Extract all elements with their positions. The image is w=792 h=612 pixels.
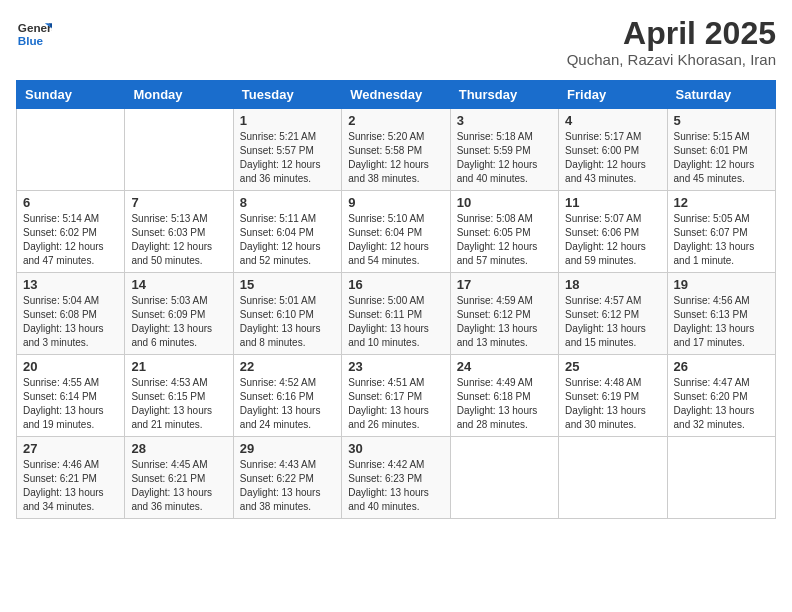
calendar-cell: 19Sunrise: 4:56 AM Sunset: 6:13 PM Dayli… [667, 273, 775, 355]
day-info: Sunrise: 5:21 AM Sunset: 5:57 PM Dayligh… [240, 130, 335, 186]
calendar-cell: 14Sunrise: 5:03 AM Sunset: 6:09 PM Dayli… [125, 273, 233, 355]
day-number: 23 [348, 359, 443, 374]
logo-icon: General Blue [16, 16, 52, 52]
column-header-friday: Friday [559, 81, 667, 109]
day-number: 1 [240, 113, 335, 128]
day-info: Sunrise: 4:59 AM Sunset: 6:12 PM Dayligh… [457, 294, 552, 350]
calendar-cell: 20Sunrise: 4:55 AM Sunset: 6:14 PM Dayli… [17, 355, 125, 437]
calendar-cell: 25Sunrise: 4:48 AM Sunset: 6:19 PM Dayli… [559, 355, 667, 437]
day-number: 9 [348, 195, 443, 210]
column-header-wednesday: Wednesday [342, 81, 450, 109]
page-header: General Blue April 2025 Quchan, Razavi K… [16, 16, 776, 68]
day-number: 20 [23, 359, 118, 374]
day-info: Sunrise: 5:18 AM Sunset: 5:59 PM Dayligh… [457, 130, 552, 186]
calendar-cell: 22Sunrise: 4:52 AM Sunset: 6:16 PM Dayli… [233, 355, 341, 437]
calendar-cell: 28Sunrise: 4:45 AM Sunset: 6:21 PM Dayli… [125, 437, 233, 519]
location-subtitle: Quchan, Razavi Khorasan, Iran [567, 51, 776, 68]
day-number: 17 [457, 277, 552, 292]
calendar-cell: 30Sunrise: 4:42 AM Sunset: 6:23 PM Dayli… [342, 437, 450, 519]
day-info: Sunrise: 4:52 AM Sunset: 6:16 PM Dayligh… [240, 376, 335, 432]
calendar-cell: 27Sunrise: 4:46 AM Sunset: 6:21 PM Dayli… [17, 437, 125, 519]
day-number: 3 [457, 113, 552, 128]
day-info: Sunrise: 5:11 AM Sunset: 6:04 PM Dayligh… [240, 212, 335, 268]
day-number: 12 [674, 195, 769, 210]
day-info: Sunrise: 4:53 AM Sunset: 6:15 PM Dayligh… [131, 376, 226, 432]
svg-text:Blue: Blue [18, 34, 44, 47]
day-info: Sunrise: 5:14 AM Sunset: 6:02 PM Dayligh… [23, 212, 118, 268]
day-info: Sunrise: 4:56 AM Sunset: 6:13 PM Dayligh… [674, 294, 769, 350]
day-info: Sunrise: 5:00 AM Sunset: 6:11 PM Dayligh… [348, 294, 443, 350]
header-row: SundayMondayTuesdayWednesdayThursdayFrid… [17, 81, 776, 109]
calendar-cell [125, 109, 233, 191]
day-info: Sunrise: 4:48 AM Sunset: 6:19 PM Dayligh… [565, 376, 660, 432]
calendar-cell: 26Sunrise: 4:47 AM Sunset: 6:20 PM Dayli… [667, 355, 775, 437]
column-header-saturday: Saturday [667, 81, 775, 109]
calendar-cell [450, 437, 558, 519]
calendar-cell: 7Sunrise: 5:13 AM Sunset: 6:03 PM Daylig… [125, 191, 233, 273]
day-number: 11 [565, 195, 660, 210]
calendar-cell [559, 437, 667, 519]
calendar-cell: 2Sunrise: 5:20 AM Sunset: 5:58 PM Daylig… [342, 109, 450, 191]
day-number: 10 [457, 195, 552, 210]
day-number: 22 [240, 359, 335, 374]
day-number: 26 [674, 359, 769, 374]
day-number: 4 [565, 113, 660, 128]
calendar-cell: 24Sunrise: 4:49 AM Sunset: 6:18 PM Dayli… [450, 355, 558, 437]
day-info: Sunrise: 4:55 AM Sunset: 6:14 PM Dayligh… [23, 376, 118, 432]
day-number: 21 [131, 359, 226, 374]
day-info: Sunrise: 4:46 AM Sunset: 6:21 PM Dayligh… [23, 458, 118, 514]
day-number: 27 [23, 441, 118, 456]
column-header-thursday: Thursday [450, 81, 558, 109]
day-number: 8 [240, 195, 335, 210]
column-header-sunday: Sunday [17, 81, 125, 109]
calendar-cell: 10Sunrise: 5:08 AM Sunset: 6:05 PM Dayli… [450, 191, 558, 273]
day-info: Sunrise: 5:15 AM Sunset: 6:01 PM Dayligh… [674, 130, 769, 186]
day-info: Sunrise: 5:07 AM Sunset: 6:06 PM Dayligh… [565, 212, 660, 268]
calendar-cell: 21Sunrise: 4:53 AM Sunset: 6:15 PM Dayli… [125, 355, 233, 437]
calendar-cell: 9Sunrise: 5:10 AM Sunset: 6:04 PM Daylig… [342, 191, 450, 273]
calendar-cell: 16Sunrise: 5:00 AM Sunset: 6:11 PM Dayli… [342, 273, 450, 355]
calendar-cell: 15Sunrise: 5:01 AM Sunset: 6:10 PM Dayli… [233, 273, 341, 355]
day-info: Sunrise: 5:17 AM Sunset: 6:00 PM Dayligh… [565, 130, 660, 186]
logo: General Blue [16, 16, 52, 52]
day-info: Sunrise: 5:20 AM Sunset: 5:58 PM Dayligh… [348, 130, 443, 186]
calendar-cell: 3Sunrise: 5:18 AM Sunset: 5:59 PM Daylig… [450, 109, 558, 191]
day-number: 6 [23, 195, 118, 210]
week-row-1: 1Sunrise: 5:21 AM Sunset: 5:57 PM Daylig… [17, 109, 776, 191]
day-number: 7 [131, 195, 226, 210]
day-number: 24 [457, 359, 552, 374]
day-number: 2 [348, 113, 443, 128]
day-number: 30 [348, 441, 443, 456]
day-number: 28 [131, 441, 226, 456]
day-info: Sunrise: 4:51 AM Sunset: 6:17 PM Dayligh… [348, 376, 443, 432]
day-info: Sunrise: 5:04 AM Sunset: 6:08 PM Dayligh… [23, 294, 118, 350]
day-number: 15 [240, 277, 335, 292]
day-number: 14 [131, 277, 226, 292]
column-header-tuesday: Tuesday [233, 81, 341, 109]
day-number: 25 [565, 359, 660, 374]
day-number: 16 [348, 277, 443, 292]
day-number: 19 [674, 277, 769, 292]
calendar-cell: 6Sunrise: 5:14 AM Sunset: 6:02 PM Daylig… [17, 191, 125, 273]
week-row-2: 6Sunrise: 5:14 AM Sunset: 6:02 PM Daylig… [17, 191, 776, 273]
day-info: Sunrise: 5:01 AM Sunset: 6:10 PM Dayligh… [240, 294, 335, 350]
calendar-cell: 12Sunrise: 5:05 AM Sunset: 6:07 PM Dayli… [667, 191, 775, 273]
day-info: Sunrise: 5:03 AM Sunset: 6:09 PM Dayligh… [131, 294, 226, 350]
column-header-monday: Monday [125, 81, 233, 109]
week-row-5: 27Sunrise: 4:46 AM Sunset: 6:21 PM Dayli… [17, 437, 776, 519]
day-info: Sunrise: 4:57 AM Sunset: 6:12 PM Dayligh… [565, 294, 660, 350]
day-info: Sunrise: 4:45 AM Sunset: 6:21 PM Dayligh… [131, 458, 226, 514]
day-info: Sunrise: 5:05 AM Sunset: 6:07 PM Dayligh… [674, 212, 769, 268]
day-number: 13 [23, 277, 118, 292]
calendar-cell: 1Sunrise: 5:21 AM Sunset: 5:57 PM Daylig… [233, 109, 341, 191]
calendar-cell: 5Sunrise: 5:15 AM Sunset: 6:01 PM Daylig… [667, 109, 775, 191]
calendar-cell: 11Sunrise: 5:07 AM Sunset: 6:06 PM Dayli… [559, 191, 667, 273]
day-info: Sunrise: 5:10 AM Sunset: 6:04 PM Dayligh… [348, 212, 443, 268]
day-number: 18 [565, 277, 660, 292]
calendar-cell: 13Sunrise: 5:04 AM Sunset: 6:08 PM Dayli… [17, 273, 125, 355]
week-row-3: 13Sunrise: 5:04 AM Sunset: 6:08 PM Dayli… [17, 273, 776, 355]
day-info: Sunrise: 4:42 AM Sunset: 6:23 PM Dayligh… [348, 458, 443, 514]
calendar-cell: 4Sunrise: 5:17 AM Sunset: 6:00 PM Daylig… [559, 109, 667, 191]
calendar-cell: 8Sunrise: 5:11 AM Sunset: 6:04 PM Daylig… [233, 191, 341, 273]
week-row-4: 20Sunrise: 4:55 AM Sunset: 6:14 PM Dayli… [17, 355, 776, 437]
